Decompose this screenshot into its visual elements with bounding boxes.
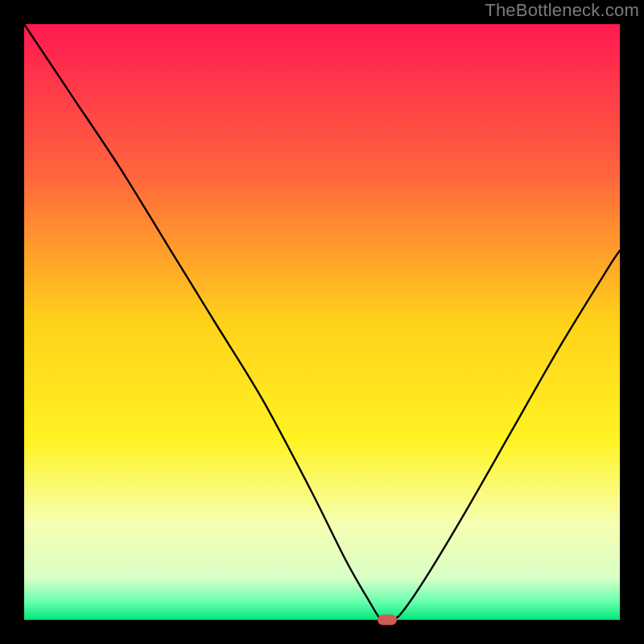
chart-frame: TheBottleneck.com <box>0 0 644 644</box>
watermark-text: TheBottleneck.com <box>485 0 639 21</box>
plot-area <box>24 24 620 620</box>
gradient-rect <box>24 24 620 620</box>
chart-svg <box>24 24 620 620</box>
